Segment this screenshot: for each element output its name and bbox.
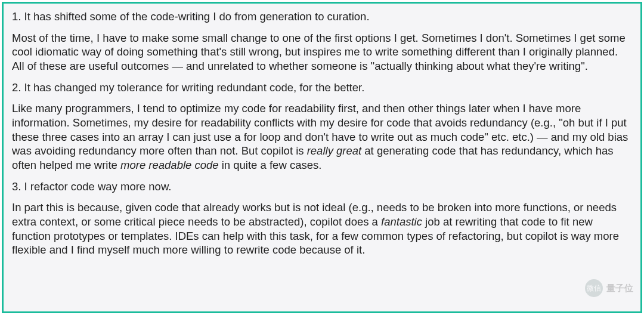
item-number: 3. bbox=[12, 180, 21, 193]
item-heading: It has shifted some of the code-writing … bbox=[24, 10, 370, 23]
item-body-1: Most of the time, I have to make some sm… bbox=[12, 31, 632, 73]
item-number: 1. bbox=[12, 10, 21, 23]
item-number: 2. bbox=[12, 81, 21, 94]
item-heading: It has changed my tolerance for writing … bbox=[24, 81, 365, 94]
list-item-2: 2. It has changed my tolerance for writi… bbox=[12, 81, 632, 95]
item-body-3: In part this is because, given code that… bbox=[12, 200, 632, 257]
watermark-text: 量子位 bbox=[606, 283, 633, 294]
item-heading: I refactor code way more now. bbox=[24, 180, 172, 193]
body-em1: really great bbox=[307, 144, 362, 157]
body-pre: Most of the time, I have to make some sm… bbox=[12, 32, 626, 72]
list-item-1: 1. It has shifted some of the code-writi… bbox=[12, 10, 632, 24]
wechat-icon: 微信 bbox=[585, 279, 603, 297]
item-body-2: Like many programmers, I tend to optimiz… bbox=[12, 101, 632, 172]
list-item-3: 3. I refactor code way more now. bbox=[12, 180, 632, 194]
document-frame: 1. It has shifted some of the code-writi… bbox=[2, 2, 642, 313]
body-em2: more readable code bbox=[120, 159, 219, 171]
body-post: in quite a few cases. bbox=[219, 159, 322, 171]
body-em1: fantastic bbox=[381, 215, 422, 228]
watermark: 微信 量子位 bbox=[585, 279, 633, 297]
wechat-icon-label: 微信 bbox=[587, 283, 601, 294]
